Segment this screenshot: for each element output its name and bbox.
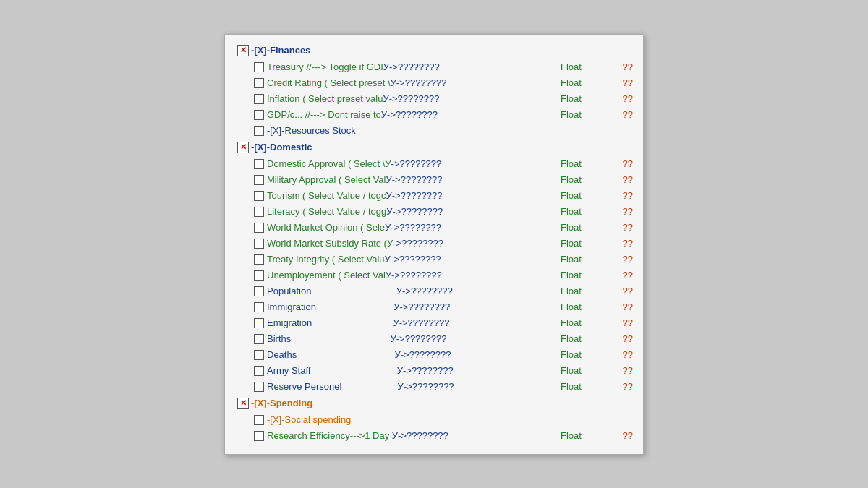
emigration-cb[interactable] <box>254 318 264 328</box>
emigration-float: Float <box>553 317 611 328</box>
finances-checkbox[interactable]: ✕ <box>237 45 249 56</box>
world-market-opinion-float: Float <box>553 222 611 233</box>
table-row: Unemployement ( Select ValУ->???????? Fl… <box>251 267 633 283</box>
gdp-checkbox[interactable] <box>254 110 264 120</box>
table-row: World Market Opinion ( SeleУ->???????? F… <box>251 220 633 236</box>
spending-checkbox[interactable]: ✕ <box>237 398 249 409</box>
world-market-subsidy-label: World Market Subsidy Rate (У->???????? <box>267 238 553 249</box>
table-row: Army Staff У->???????? Float ?? <box>251 363 633 379</box>
gdp-float: Float <box>553 109 611 120</box>
gdp-qmark: ?? <box>611 109 633 120</box>
credit-qmark: ?? <box>611 77 633 88</box>
world-market-subsidy-float: Float <box>553 238 611 249</box>
military-approval-cb[interactable] <box>254 175 264 185</box>
tourism-cb[interactable] <box>254 191 264 201</box>
unemployement-label: Unemployement ( Select ValУ->???????? <box>267 270 553 281</box>
table-row: Literacy ( Select Value / toggУ->???????… <box>251 204 633 220</box>
table-row: Domestic Approval ( Select \У->???????? … <box>251 156 633 172</box>
treasury-checkbox-cell <box>251 62 267 72</box>
deaths-label: Deaths У->???????? <box>267 349 553 360</box>
world-market-opinion-cb[interactable] <box>254 223 264 233</box>
domestic-approval-cb[interactable] <box>254 159 264 169</box>
finances-section-header: ✕ -[X]-Finances <box>235 42 633 59</box>
unemployement-qmark: ?? <box>611 270 633 281</box>
army-staff-cb[interactable] <box>254 366 264 376</box>
military-approval-label: Military Approval ( Select ValУ->???????… <box>267 174 553 185</box>
reserve-personel-qmark: ?? <box>611 381 633 392</box>
domestic-approval-qmark: ?? <box>611 158 633 169</box>
inflation-checkbox-cell <box>251 94 267 104</box>
treaty-integrity-cb[interactable] <box>254 254 264 265</box>
unemployement-cb[interactable] <box>254 270 264 281</box>
births-float: Float <box>553 333 611 344</box>
finances-section-label: -[X]-Finances <box>251 45 310 56</box>
research-efficiency-cb[interactable] <box>254 431 264 441</box>
table-row: Immigration У->???????? Float ?? <box>251 299 633 315</box>
births-qmark: ?? <box>611 333 633 344</box>
military-approval-float: Float <box>553 174 611 185</box>
world-market-opinion-label: World Market Opinion ( SeleУ->???????? <box>267 222 553 233</box>
deaths-qmark: ?? <box>611 349 633 360</box>
table-row: Inflation ( Select preset valuУ->???????… <box>251 91 633 107</box>
social-spending-label: -[X]-Social spending <box>267 414 351 425</box>
table-row: Population У->???????? Float ?? <box>251 283 633 299</box>
population-float: Float <box>553 286 611 296</box>
social-spending-subsection: -[X]-Social spending <box>251 412 633 428</box>
army-staff-float: Float <box>553 365 611 376</box>
tourism-label: Tourism ( Select Value / togcУ->???????? <box>267 190 553 201</box>
domestic-section-label: -[X]-Domestic <box>251 142 312 153</box>
social-spending-checkbox-cell <box>251 415 267 425</box>
world-market-subsidy-cb[interactable] <box>254 239 264 249</box>
deaths-float: Float <box>553 349 611 360</box>
immigration-qmark: ?? <box>611 301 633 312</box>
social-spending-checkbox[interactable] <box>254 415 264 425</box>
finances-checkbox-cell: ✕ <box>235 45 251 56</box>
credit-checkbox[interactable] <box>254 78 264 88</box>
literacy-qmark: ?? <box>611 206 633 217</box>
domestic-checkbox-cell: ✕ <box>235 142 251 153</box>
table-row: GDP/c... //---> Dont raise toУ->????????… <box>251 107 633 123</box>
inflation-qmark: ?? <box>611 93 633 104</box>
treasury-float: Float <box>553 61 611 72</box>
table-row: Emigration У->???????? Float ?? <box>251 315 633 331</box>
domestic-approval-float: Float <box>553 158 611 169</box>
treaty-integrity-label: Treaty Integrity ( Select ValuУ->???????… <box>267 254 553 265</box>
domestic-checkbox[interactable]: ✕ <box>237 142 249 153</box>
reserve-personel-label: Reserve Personel У->???????? <box>267 381 553 392</box>
resources-subsection: -[X]-Resources Stock <box>251 123 633 139</box>
resources-checkbox[interactable] <box>254 126 264 136</box>
reserve-personel-float: Float <box>553 381 611 392</box>
table-row: Reserve Personel У->???????? Float ?? <box>251 379 633 395</box>
table-row: Tourism ( Select Value / togcУ->????????… <box>251 188 633 204</box>
world-market-subsidy-qmark: ?? <box>611 238 633 249</box>
births-cb[interactable] <box>254 334 264 344</box>
inflation-float: Float <box>553 93 611 104</box>
main-panel: ✕ -[X]-Finances Treasury //---> Toggle i… <box>224 34 644 455</box>
table-row: Credit Rating ( Select preset \У->??????… <box>251 75 633 91</box>
table-row: Treaty Integrity ( Select ValuУ->???????… <box>251 252 633 267</box>
table-row: Treasury //---> Toggle if GDIУ->????????… <box>251 59 633 75</box>
research-efficiency-label: Research Efficiency--->1 Day У->???????? <box>267 430 553 441</box>
population-cb[interactable] <box>254 286 264 296</box>
population-qmark: ?? <box>611 286 633 296</box>
table-row: Military Approval ( Select ValУ->???????… <box>251 172 633 188</box>
deaths-cb[interactable] <box>254 350 264 360</box>
table-row: World Market Subsidy Rate (У->???????? F… <box>251 236 633 252</box>
immigration-cb[interactable] <box>254 302 264 312</box>
literacy-cb[interactable] <box>254 207 264 217</box>
treasury-qmark: ?? <box>611 61 633 72</box>
inflation-checkbox[interactable] <box>254 94 264 104</box>
credit-checkbox-cell <box>251 78 267 88</box>
tourism-qmark: ?? <box>611 190 633 201</box>
treasury-checkbox[interactable] <box>254 62 264 72</box>
reserve-personel-cb[interactable] <box>254 382 264 392</box>
inflation-label: Inflation ( Select preset valuУ->???????… <box>267 93 553 104</box>
world-market-opinion-qmark: ?? <box>611 222 633 233</box>
tourism-float: Float <box>553 190 611 201</box>
emigration-qmark: ?? <box>611 317 633 328</box>
table-row: Deaths У->???????? Float ?? <box>251 347 633 363</box>
domestic-approval-label: Domestic Approval ( Select \У->???????? <box>267 158 553 169</box>
literacy-float: Float <box>553 206 611 217</box>
spending-section-label: -[X]-Spending <box>251 398 312 408</box>
table-row: Births У->???????? Float ?? <box>251 331 633 347</box>
